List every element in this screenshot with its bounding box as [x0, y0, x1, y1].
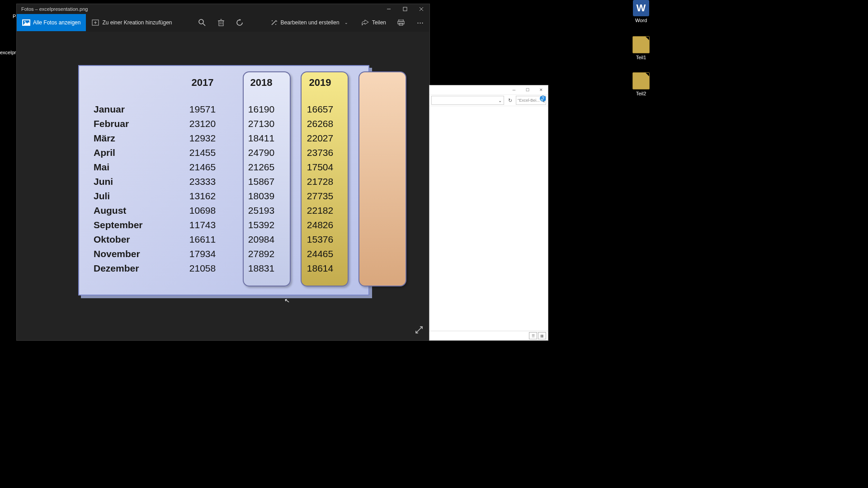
magic-icon	[270, 19, 278, 27]
expand-icon	[415, 326, 423, 334]
word-icon: W	[633, 0, 649, 16]
data-cell: 20984	[232, 232, 291, 247]
month-label: April	[87, 145, 173, 160]
add-creation-icon	[91, 19, 99, 27]
photo-canvas: 201720182019Januar195711619016657Februar…	[17, 32, 429, 340]
desktop-icon-teil1[interactable]: Teil1	[627, 36, 655, 60]
file-icon	[632, 36, 650, 53]
rotate-button[interactable]	[231, 14, 250, 31]
data-cell: 25193	[232, 203, 291, 218]
data-cell: 27130	[232, 117, 291, 131]
minimize-button[interactable]	[381, 4, 397, 14]
data-cell: 22027	[291, 131, 349, 145]
more-icon: ⋯	[416, 19, 424, 27]
title-bar[interactable]: Fotos – excelpresentation.png	[17, 4, 429, 14]
year-header: 2019	[291, 73, 349, 102]
rotate-icon	[236, 19, 244, 27]
print-button[interactable]	[392, 14, 410, 31]
data-cell: 23333	[173, 174, 232, 189]
data-cell: 15867	[232, 174, 291, 189]
svg-rect-21	[399, 19, 403, 21]
desktop-icon-label: Teil1	[627, 55, 655, 60]
edit-create-button[interactable]: Bearbeiten und erstellen ⌄	[264, 14, 356, 31]
svg-line-11	[203, 23, 205, 26]
year-header: 2018	[232, 73, 291, 102]
month-label: November	[87, 247, 173, 261]
more-button[interactable]: ⋯	[410, 14, 429, 31]
fullscreen-button[interactable]	[415, 326, 423, 334]
desktop-icon-teil2[interactable]: Teil2	[627, 72, 655, 96]
all-photos-button[interactable]: Alle Fotos anzeigen	[17, 14, 86, 31]
data-cell: 21455	[173, 145, 232, 160]
share-button[interactable]: Teilen	[356, 14, 392, 31]
refresh-button[interactable]: ↻	[506, 96, 514, 104]
data-cell: 18831	[232, 261, 291, 276]
svg-point-6	[24, 21, 26, 23]
data-cell: 23120	[173, 117, 232, 131]
search-input[interactable]: "Excel-Bei...	[516, 96, 546, 105]
chevron-down-icon: ⌄	[342, 19, 350, 27]
data-cell: 22182	[291, 203, 349, 218]
explorer-status-bar: ☰ ▦	[429, 331, 548, 340]
year-header: 2017	[173, 73, 232, 102]
table-image: 201720182019Januar195711619016657Februar…	[78, 65, 369, 296]
month-label: Juni	[87, 174, 173, 189]
minimize-icon	[387, 7, 391, 11]
svg-rect-12	[219, 21, 223, 26]
data-cell: 23736	[291, 145, 349, 160]
trash-icon	[217, 19, 225, 27]
svg-point-10	[199, 19, 203, 24]
data-cell: 21058	[173, 261, 232, 276]
path-dropdown[interactable]: ⌄	[431, 96, 504, 105]
data-cell: 18039	[232, 189, 291, 203]
data-cell: 15392	[232, 218, 291, 232]
share-label: Teilen	[372, 19, 386, 26]
month-label: Januar	[87, 102, 173, 117]
maximize-button[interactable]: ☐	[521, 85, 534, 94]
month-label: Oktober	[87, 232, 173, 247]
minimize-button[interactable]: ─	[507, 85, 521, 94]
explorer-title-bar[interactable]: ─ ☐ ✕	[429, 85, 548, 94]
add-to-creation-button[interactable]: Zu einer Kreation hinzufügen	[86, 14, 177, 31]
data-cell: 18411	[232, 131, 291, 145]
svg-point-19	[275, 24, 276, 25]
file-icon	[632, 72, 650, 89]
view-icons-button[interactable]: ▦	[538, 332, 546, 339]
data-cell: 16190	[232, 102, 291, 117]
close-button[interactable]	[413, 4, 429, 14]
data-cell: 15376	[291, 232, 349, 247]
data-cell: 12932	[173, 131, 232, 145]
add-creation-label: Zu einer Kreation hinzufügen	[102, 19, 172, 26]
window-title: Fotos – excelpresentation.png	[21, 6, 381, 12]
desktop-icon-label: Word	[627, 18, 655, 23]
share-icon	[361, 19, 369, 27]
data-cell: 16657	[291, 102, 349, 117]
close-button[interactable]: ✕	[534, 85, 548, 94]
maximize-icon	[403, 7, 407, 11]
data-cell: 11743	[173, 218, 232, 232]
svg-line-24	[416, 327, 422, 333]
svg-rect-22	[398, 21, 404, 24]
desktop-icon-word[interactable]: W Word	[627, 0, 655, 23]
data-cell: 26268	[291, 117, 349, 131]
explorer-body[interactable]	[429, 106, 548, 331]
maximize-button[interactable]	[397, 4, 413, 14]
explorer-address-bar: ⌄ ↻ "Excel-Bei...	[429, 94, 548, 106]
all-photos-label: Alle Fotos anzeigen	[33, 19, 80, 26]
zoom-icon	[198, 19, 206, 27]
toolbar: Alle Fotos anzeigen Zu einer Kreation hi…	[17, 14, 429, 32]
data-cell: 16611	[173, 232, 232, 247]
data-cell: 27892	[232, 247, 291, 261]
month-label: Juli	[87, 189, 173, 203]
data-cell: 21265	[232, 160, 291, 174]
data-cell: 21465	[173, 160, 232, 174]
data-cell: 24465	[291, 247, 349, 261]
zoom-button[interactable]	[193, 14, 212, 31]
photos-window: Fotos – excelpresentation.png Alle Fotos…	[16, 4, 430, 341]
delete-button[interactable]	[212, 14, 231, 31]
data-cell: 19571	[173, 102, 232, 117]
desktop-icon-label: Teil2	[627, 91, 655, 96]
data-cell: 24790	[232, 145, 291, 160]
month-label: September	[87, 218, 173, 232]
view-details-button[interactable]: ☰	[529, 332, 537, 339]
